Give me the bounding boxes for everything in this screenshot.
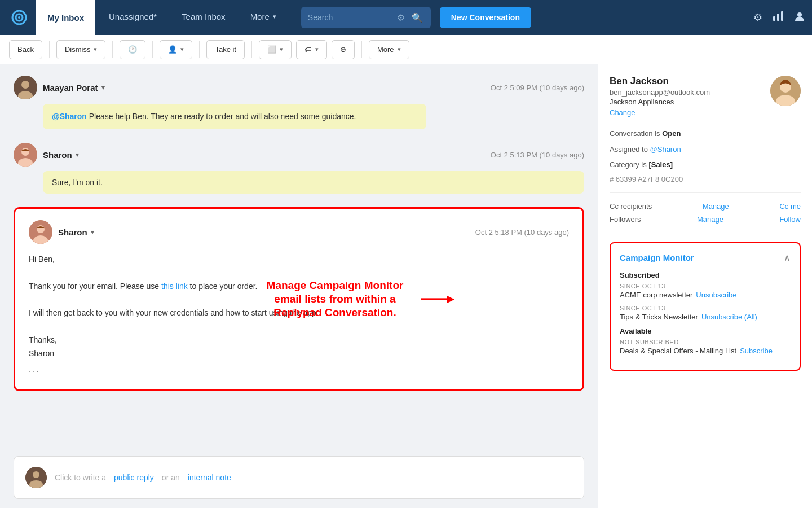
chevron-down-icon[interactable]: ▾ (102, 84, 105, 91)
search-icon[interactable]: 🔍 (412, 12, 423, 23)
hash-id: # 63399 A27F8 0C200 (610, 175, 801, 183)
assign-icon: 👤 (168, 45, 177, 54)
assignee: @Sharon (650, 145, 681, 154)
unsubscribe-all-link[interactable]: Unsubscribe (All) (701, 313, 757, 321)
svg-rect-3 (773, 16, 775, 21)
message-block: Maayan Porat ▾ Oct 2 5:09 PM (10 days ag… (14, 76, 584, 129)
email-link[interactable]: this link (161, 282, 188, 291)
category-row: Category is [Sales] (610, 159, 801, 170)
available-newsletter-name: Deals & Special Offers - Mailing List (620, 347, 736, 355)
reply-box[interactable]: Click to write a public reply or an inte… (14, 456, 584, 499)
snooze-button[interactable]: ⬜ ▾ (259, 40, 292, 59)
add-button[interactable]: ⊕ (332, 40, 355, 59)
chevron-down-icon: ▾ (94, 46, 97, 53)
follow-link[interactable]: Follow (779, 215, 801, 224)
divider (361, 41, 362, 58)
email-message-box: Sharon ▾ Oct 2 5:18 PM (10 days ago) Hi … (14, 207, 584, 391)
avatar (25, 467, 47, 488)
stats-icon[interactable] (773, 11, 784, 25)
divider (49, 41, 50, 58)
campaign-monitor-section: Campaign Monitor ∧ Subscribed SINCE OCT … (610, 242, 801, 371)
main-layout: Maayan Porat ▾ Oct 2 5:09 PM (10 days ag… (0, 64, 812, 508)
contact-section: Ben Jackson ben_jacksonapp@outlook.com J… (610, 76, 801, 117)
contact-name: Ben Jackson (610, 76, 764, 87)
contact-email: ben_jacksonapp@outlook.com (610, 88, 764, 97)
message-bubble: Sure, I'm on it. (43, 171, 584, 194)
message-block: Sharon ▾ Oct 2 5:13 PM (10 days ago) Sur… (14, 143, 584, 194)
sender-name: Maayan Porat (43, 83, 98, 93)
contact-avatar (770, 76, 801, 106)
tab-my-inbox[interactable]: My Inbox (36, 0, 95, 35)
conversation-panel: Maayan Porat ▾ Oct 2 5:09 PM (10 days ag… (0, 64, 598, 508)
cc-recipients-row: Cc recipients Manage Cc me (610, 202, 801, 211)
email-header: Sharon ▾ Oct 2 5:18 PM (10 days ago) (29, 220, 569, 244)
divider (112, 41, 113, 58)
newsletter-row: Tips & Tricks Newsletter Unsubscribe (Al… (620, 313, 791, 321)
campaign-header: Campaign Monitor ∧ (620, 252, 791, 263)
divider (251, 41, 252, 58)
message-header: Sharon ▾ Oct 2 5:13 PM (10 days ago) (14, 143, 584, 167)
contact-info: Ben Jackson ben_jacksonapp@outlook.com J… (610, 76, 764, 117)
annotated-email-section: Sharon ▾ Oct 2 5:18 PM (10 days ago) Hi … (14, 207, 584, 391)
available-newsletter-row: Deals & Special Offers - Mailing List Su… (620, 347, 791, 355)
available-title: Available (620, 327, 791, 335)
avatar (14, 143, 37, 167)
not-subscribed-label: NOT SUBSCRIBED (620, 339, 791, 345)
campaign-title: Campaign Monitor (620, 253, 694, 262)
settings-icon[interactable]: ⚙ (753, 11, 762, 24)
newsletter-row: ACME corp newsletter Unsubscribe (620, 291, 791, 299)
email-body: Hi Ben, Thank you for your email. Please… (29, 253, 569, 378)
sidebar: Ben Jackson ben_jacksonapp@outlook.com J… (598, 64, 812, 508)
dismiss-button[interactable]: Dismiss ▾ (56, 40, 106, 59)
followers-row: Followers Manage Follow (610, 215, 801, 224)
chevron-down-icon: ▾ (280, 46, 283, 53)
divider (199, 41, 200, 58)
subscribed-title: Subscribed (620, 271, 791, 279)
cc-label: Cc recipients (610, 202, 652, 211)
svg-point-2 (18, 16, 20, 19)
tag-button[interactable]: 🏷 ▾ (296, 40, 327, 59)
tab-more[interactable]: More ▾ (239, 0, 288, 35)
unsubscribe-link[interactable]: Unsubscribe (696, 291, 736, 299)
chevron-down-icon[interactable]: ▾ (91, 229, 94, 236)
collapse-icon[interactable]: ∧ (784, 252, 791, 263)
chevron-down-icon: ▾ (273, 13, 276, 20)
app-logo (7, 0, 32, 35)
internal-note-link[interactable]: internal note (188, 473, 231, 482)
chevron-down-icon: ▾ (398, 46, 401, 53)
public-reply-link[interactable]: public reply (114, 473, 154, 482)
search-input[interactable] (308, 13, 392, 22)
svg-point-17 (33, 471, 39, 478)
subscribe-link[interactable]: Subscribe (740, 347, 773, 355)
category: [Sales] (648, 160, 673, 169)
sender-name: Sharon (58, 227, 87, 237)
cc-manage-link[interactable]: Manage (703, 202, 729, 211)
clock-button[interactable]: 🕐 (120, 40, 145, 59)
contact-change-link[interactable]: Change (610, 108, 764, 117)
sender-info: Maayan Porat ▾ (43, 83, 105, 93)
divider (152, 41, 153, 58)
tab-team-inbox[interactable]: Team Inbox (170, 0, 237, 35)
message-time: Oct 2 5:09 PM (10 days ago) (491, 84, 584, 92)
nav-icon-group: ⚙ (753, 11, 805, 25)
cc-me-link[interactable]: Cc me (779, 202, 801, 211)
back-button[interactable]: Back (9, 40, 42, 59)
message-bubble: @Sharon Please help Ben. They are ready … (43, 104, 426, 129)
more-button[interactable]: More ▾ (369, 40, 409, 59)
followers-manage-link[interactable]: Manage (697, 215, 723, 224)
new-conversation-button[interactable]: New Conversation (440, 7, 531, 28)
assign-button[interactable]: 👤 ▾ (160, 40, 192, 59)
message-time: Oct 2 5:18 PM (10 days ago) (475, 228, 569, 237)
svg-point-8 (21, 81, 29, 89)
avatar (14, 76, 37, 99)
snooze-icon: ⬜ (267, 45, 276, 54)
user-icon[interactable] (794, 11, 805, 25)
tab-unassigned[interactable]: Unassigned* (98, 0, 168, 35)
available-item: NOT SUBSCRIBED Deals & Special Offers - … (620, 339, 791, 355)
take-it-button[interactable]: Take it (206, 40, 245, 59)
ellipsis: ··· (29, 365, 569, 378)
followers-label: Followers (610, 215, 641, 224)
filter-icon[interactable]: ⚙ (397, 12, 405, 23)
chevron-down-icon[interactable]: ▾ (76, 151, 79, 159)
message-header: Maayan Porat ▾ Oct 2 5:09 PM (10 days ag… (14, 76, 584, 99)
